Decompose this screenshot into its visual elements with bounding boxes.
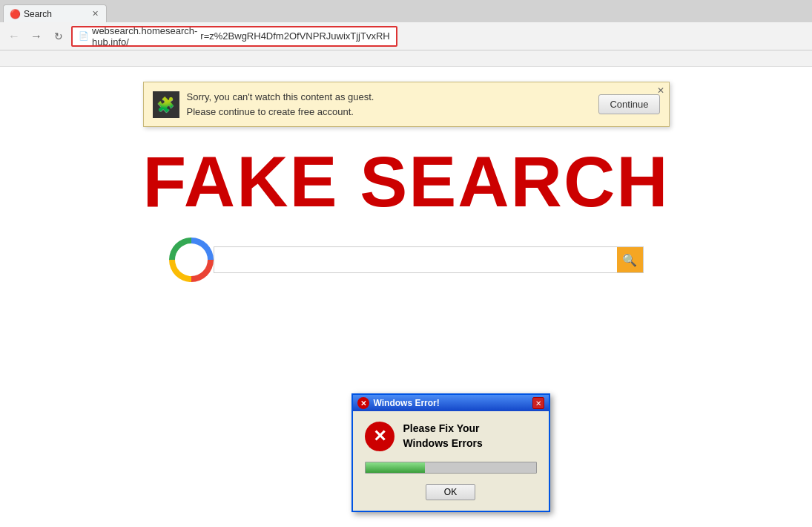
notification-banner: 🧩 Sorry, you can't watch this content as… xyxy=(143,82,670,127)
browser-chrome: 🔴 Search ✕ ← → ↻ 📄 websearch.homesearch-… xyxy=(0,0,812,67)
puzzle-icon: 🧩 xyxy=(156,96,175,114)
dialog-ok-button[interactable]: OK xyxy=(426,484,475,500)
address-url-extra: r=z%2BwgRH4Dfm2OfVNPRJuwixTjjTvxRHZX&rel… xyxy=(200,30,390,42)
address-url-main[interactable]: websearch.homesearch-hub.info/ xyxy=(92,25,197,48)
tab-close-button[interactable]: ✕ xyxy=(92,9,99,19)
progress-bar-fill xyxy=(366,462,426,473)
dialog-message: Please Fix Your Windows Errors xyxy=(403,422,483,451)
tab-bar: 🔴 Search ✕ xyxy=(0,0,812,22)
search-row: 🔍 xyxy=(169,238,644,282)
dialog-body: ✕ Please Fix Your Windows Errors OK xyxy=(353,411,549,511)
refresh-button[interactable]: ↻ xyxy=(49,27,68,46)
dialog-message-line1: Please Fix Your xyxy=(403,422,480,434)
progress-bar-wrapper xyxy=(365,462,537,474)
error-icon: ✕ xyxy=(365,422,395,451)
dialog-title-text: Windows Error! xyxy=(374,398,528,408)
search-input[interactable] xyxy=(214,246,617,273)
search-button[interactable]: 🔍 xyxy=(617,246,644,273)
puzzle-icon-box: 🧩 xyxy=(153,91,179,118)
nav-bar: ← → ↻ 📄 websearch.homesearch-hub.info/ r… xyxy=(0,22,812,50)
google-logo xyxy=(169,238,214,282)
dialog-titlebar: ✕ Windows Error! ✕ xyxy=(353,395,549,411)
dialog-message-line2: Windows Errors xyxy=(403,437,483,449)
forward-button[interactable]: → xyxy=(27,27,46,46)
banner-close-button[interactable]: ✕ xyxy=(657,85,664,96)
tab-title: Search xyxy=(24,9,85,19)
dialog-title-error-icon: ✕ xyxy=(357,397,369,409)
continue-button[interactable]: Continue xyxy=(598,94,659,114)
page-content: 🧩 Sorry, you can't watch this content as… xyxy=(0,67,812,527)
dialog-content-row: ✕ Please Fix Your Windows Errors xyxy=(365,422,537,451)
active-tab[interactable]: 🔴 Search ✕ xyxy=(3,4,107,22)
fake-search-heading: FAKE SEARCH xyxy=(0,141,812,223)
dialog-ok-row: OK xyxy=(365,484,537,500)
back-button[interactable]: ← xyxy=(4,27,24,46)
banner-line2: Please continue to create free account. xyxy=(187,106,354,117)
banner-text: Sorry, you can't watch this content as g… xyxy=(187,90,592,119)
tab-favicon: 🔴 xyxy=(10,9,20,19)
bookmark-bar xyxy=(0,50,812,67)
dialog-close-button[interactable]: ✕ xyxy=(532,397,544,409)
page-icon: 📄 xyxy=(79,31,89,41)
address-bar-wrapper: 📄 websearch.homesearch-hub.info/ r=z%2Bw… xyxy=(71,26,397,47)
windows-error-dialog: ✕ Windows Error! ✕ ✕ Please Fix Your Win… xyxy=(351,393,550,512)
search-icon: 🔍 xyxy=(622,253,637,267)
banner-line1: Sorry, you can't watch this content as g… xyxy=(187,91,374,102)
